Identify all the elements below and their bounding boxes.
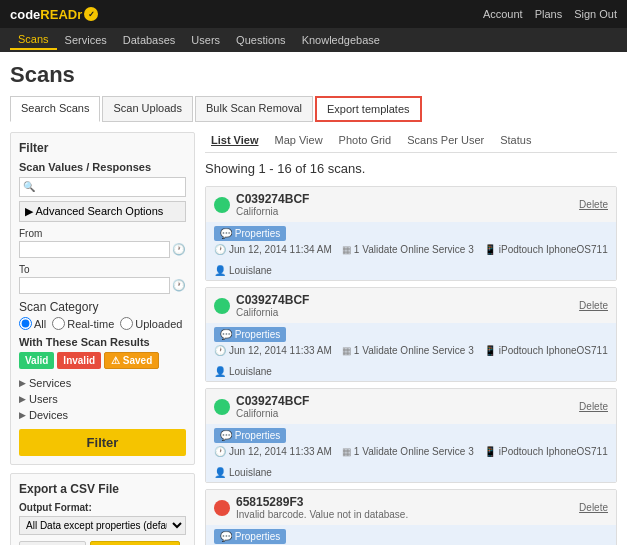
properties-tag[interactable]: 💬 Properties <box>214 226 286 241</box>
signout-link[interactable]: Sign Out <box>574 8 617 20</box>
view-tabs: List View Map View Photo Grid Scans Per … <box>205 132 617 153</box>
scan-meta: 🕐Jun 12, 2014 11:33 AM ▦1 Validate Onlin… <box>214 345 608 377</box>
meta-date: 🕐Jun 12, 2014 11:33 AM <box>214 345 332 356</box>
meta-device: 📱iPodtouch IphoneOS711 <box>484 446 608 457</box>
properties-tag[interactable]: 💬 Properties <box>214 327 286 342</box>
plans-link[interactable]: Plans <box>535 8 563 20</box>
scan-header: C039274BCF California Delete <box>206 389 616 424</box>
scan-body: 💬 Properties 🕐Jun 12, 2014 11:33 AM ▦1 V… <box>206 424 616 482</box>
properties-tag[interactable]: 💬 Properties <box>214 529 286 544</box>
email-data-btn[interactable]: Email Data <box>19 541 86 545</box>
filter-title: Filter <box>19 141 186 155</box>
invalid-btn[interactable]: Invalid <box>57 352 101 369</box>
scan-header-left: C039274BCF California <box>214 394 309 419</box>
view-tab-photo[interactable]: Photo Grid <box>333 132 398 148</box>
to-date-input[interactable] <box>19 277 170 294</box>
search-icon: 🔍 <box>23 181 35 192</box>
valid-btn[interactable]: Valid <box>19 352 54 369</box>
nav-scans[interactable]: Scans <box>10 30 57 50</box>
clock-icon-to: 🕐 <box>172 279 186 292</box>
top-nav-right: Account Plans Sign Out <box>483 8 617 20</box>
tab-bulk-scan-removal[interactable]: Bulk Scan Removal <box>195 96 313 122</box>
tab-search-scans[interactable]: Search Scans <box>10 96 100 122</box>
showing-text: Showing 1 - 16 of 16 scans. <box>205 161 617 176</box>
delete-link[interactable]: Delete <box>579 300 608 311</box>
tab-scan-uploads[interactable]: Scan Uploads <box>102 96 193 122</box>
advanced-search-btn[interactable]: ▶ Advanced Search Options <box>19 201 186 222</box>
scan-sub: California <box>236 206 309 217</box>
scan-category: Scan Category All Real-time Uploaded <box>19 300 186 330</box>
meta-date: 🕐Jun 12, 2014 11:34 AM <box>214 244 332 255</box>
nav-databases[interactable]: Databases <box>115 31 184 49</box>
csv-action-btns: Email Data Download Data <box>19 541 186 545</box>
radio-realtime[interactable]: Real-time <box>52 317 114 330</box>
download-data-btn[interactable]: Download Data <box>90 541 180 545</box>
output-format-label: Output Format: <box>19 502 186 513</box>
scan-body-inner: 💬 Properties <box>214 327 608 342</box>
barcode-icon: ▦ <box>342 446 351 457</box>
page-title: Scans <box>10 62 617 88</box>
scan-item: C039274BCF California Delete 💬 Propertie… <box>205 388 617 483</box>
delete-link[interactable]: Delete <box>579 199 608 210</box>
properties-tag[interactable]: 💬 Properties <box>214 428 286 443</box>
logo-ball: ✓ <box>84 7 98 21</box>
status-dot <box>214 197 230 213</box>
page-content: Scans Search Scans Scan Uploads Bulk Sca… <box>0 52 627 545</box>
nav-services[interactable]: Services <box>57 31 115 49</box>
view-tab-status[interactable]: Status <box>494 132 537 148</box>
tree-services[interactable]: ▶ Services <box>19 375 186 391</box>
nav-questions[interactable]: Questions <box>228 31 294 49</box>
filter-tree: ▶ Services ▶ Users ▶ Devices <box>19 375 186 423</box>
scan-list: C039274BCF California Delete 💬 Propertie… <box>205 186 617 545</box>
scan-item: C039274BCF California Delete 💬 Propertie… <box>205 186 617 281</box>
delete-link[interactable]: Delete <box>579 502 608 513</box>
meta-service: ▦1 Validate Online Service 3 <box>342 446 474 457</box>
scan-values-label: Scan Values / Responses <box>19 161 186 173</box>
user-icon: 👤 <box>214 467 226 478</box>
tree-arrow-devices: ▶ <box>19 410 26 420</box>
delete-link[interactable]: Delete <box>579 401 608 412</box>
scan-body-inner: 💬 Properties <box>214 428 608 443</box>
radio-all[interactable]: All <box>19 317 46 330</box>
saved-btn[interactable]: ⚠ Saved <box>104 352 159 369</box>
output-format-select[interactable]: All Data except properties (default) <box>19 516 186 535</box>
tree-users[interactable]: ▶ Users <box>19 391 186 407</box>
scan-id-wrap: C039274BCF California <box>236 293 309 318</box>
scan-item: 65815289F3 Invalid barcode. Value not in… <box>205 489 617 545</box>
view-tab-per-user[interactable]: Scans Per User <box>401 132 490 148</box>
meta-user: 👤Louislane <box>214 467 272 478</box>
clock-icon: 🕐 <box>214 244 226 255</box>
radio-uploaded[interactable]: Uploaded <box>120 317 182 330</box>
view-tab-map[interactable]: Map View <box>268 132 328 148</box>
scan-header: 65815289F3 Invalid barcode. Value not in… <box>206 490 616 525</box>
scan-meta: 🕐Jun 12, 2014 11:33 AM ▦1 Validate Onlin… <box>214 446 608 478</box>
barcode-icon: ▦ <box>342 345 351 356</box>
scan-id: C039274BCF <box>236 192 309 206</box>
nav-users[interactable]: Users <box>183 31 228 49</box>
nav-knowledgebase[interactable]: Knowledgebase <box>294 31 388 49</box>
view-tab-list[interactable]: List View <box>205 132 264 148</box>
from-date-input[interactable] <box>19 241 170 258</box>
account-link[interactable]: Account <box>483 8 523 20</box>
scan-item: C039274BCF California Delete 💬 Propertie… <box>205 287 617 382</box>
status-dot <box>214 399 230 415</box>
device-icon: 📱 <box>484 446 496 457</box>
tab-export-templates[interactable]: Export templates <box>315 96 422 122</box>
tree-devices[interactable]: ▶ Devices <box>19 407 186 423</box>
meta-service: ▦1 Validate Online Service 3 <box>342 244 474 255</box>
clock-icon-from: 🕐 <box>172 243 186 256</box>
tree-arrow-services: ▶ <box>19 378 26 388</box>
meta-user: 👤Louislane <box>214 366 272 377</box>
search-input[interactable] <box>19 177 186 197</box>
scan-body: 💬 Properties 🕐Jun 12, 2014 11:33 AM ▦1 V… <box>206 323 616 381</box>
top-bar: codeREADr ✓ Account Plans Sign Out <box>0 0 627 28</box>
scan-header-left: 65815289F3 Invalid barcode. Value not in… <box>214 495 408 520</box>
scan-id-wrap: 65815289F3 Invalid barcode. Value not in… <box>236 495 408 520</box>
nav-bar: Scans Services Databases Users Questions… <box>0 28 627 52</box>
content-area: List View Map View Photo Grid Scans Per … <box>205 132 617 545</box>
sidebar: Filter Scan Values / Responses 🔍 ▶ Advan… <box>10 132 195 545</box>
scan-body: 💬 Properties 🕐Jun 12, 2014 11:33 AM ▦1 V… <box>206 525 616 545</box>
device-icon: 📱 <box>484 345 496 356</box>
scan-sub: Invalid barcode. Value not in database. <box>236 509 408 520</box>
filter-button[interactable]: Filter <box>19 429 186 456</box>
